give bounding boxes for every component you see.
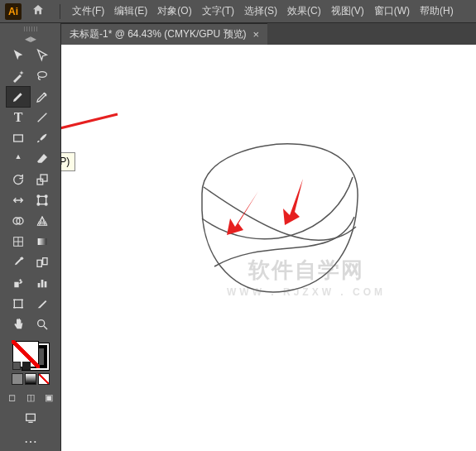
draw-behind-icon[interactable]: ◫: [22, 390, 39, 405]
svg-rect-21: [14, 300, 22, 308]
color-mode-row: [12, 373, 50, 385]
svg-point-9: [45, 204, 47, 206]
tooltip-pen-tool: 钢笔工具 (P): [61, 152, 75, 171]
menu-bar: Ai 文件(F) 编辑(E) 对象(O) 文字(T) 选择(S) 效果(C) 视…: [0, 0, 476, 23]
screen-mode-button[interactable]: [19, 408, 42, 428]
draw-inside-icon[interactable]: ▣: [41, 390, 57, 405]
svg-point-26: [38, 320, 45, 327]
document-area: 未标题-1* @ 64.43% (CMYK/GPU 预览) ×: [61, 23, 476, 451]
width-tool[interactable]: [7, 190, 30, 210]
color-mode-solid[interactable]: [12, 373, 23, 385]
svg-rect-20: [45, 281, 47, 287]
tool-grid: T: [7, 46, 54, 334]
svg-rect-19: [41, 280, 44, 287]
paintbrush-tool[interactable]: [31, 128, 54, 148]
annotation-arrow-right: [278, 175, 313, 228]
edit-toolbar-button[interactable]: ⋯: [19, 431, 42, 451]
color-mode-gradient[interactable]: [25, 373, 36, 385]
slice-tool[interactable]: [31, 294, 54, 314]
menu-file[interactable]: 文件(F): [72, 4, 104, 18]
column-graph-tool[interactable]: [31, 273, 54, 293]
svg-point-8: [37, 204, 40, 206]
shaper-tool[interactable]: [7, 149, 30, 169]
line-segment-tool[interactable]: [31, 108, 54, 127]
free-transform-tool[interactable]: [31, 190, 54, 210]
svg-rect-4: [41, 175, 47, 181]
blend-tool[interactable]: [31, 252, 54, 272]
draw-normal-icon[interactable]: ◻: [4, 390, 21, 405]
eyedropper-tool[interactable]: [7, 252, 30, 272]
document-tab-bar: 未标题-1* @ 64.43% (CMYK/GPU 预览) ×: [61, 23, 476, 45]
gradient-tool[interactable]: [31, 232, 54, 252]
color-mode-none[interactable]: [38, 373, 50, 385]
zoom-tool[interactable]: [31, 314, 54, 334]
symbol-sprayer-tool[interactable]: [7, 273, 30, 293]
menu-select[interactable]: 选择(S): [244, 4, 277, 18]
hand-tool[interactable]: [7, 314, 30, 334]
menu-effect[interactable]: 效果(C): [287, 4, 321, 18]
menu-type[interactable]: 文字(T): [202, 4, 234, 18]
default-fill-stroke-icon[interactable]: [22, 362, 31, 370]
rotate-tool[interactable]: [7, 170, 30, 190]
body-row: ◀▶ T: [0, 23, 476, 451]
type-tool[interactable]: T: [7, 108, 30, 127]
svg-rect-2: [14, 135, 23, 142]
app-logo: Ai: [5, 3, 22, 20]
svg-line-1: [38, 113, 47, 122]
annotation-arrow-left: [225, 187, 267, 237]
svg-point-7: [45, 195, 47, 198]
perspective-grid-tool[interactable]: [31, 211, 54, 231]
scale-tool[interactable]: [31, 170, 54, 190]
menu-object[interactable]: 对象(O): [157, 4, 191, 18]
menu-help[interactable]: 帮助(H): [420, 4, 454, 18]
watermark-sub: WWW . RJZXW . COM: [227, 286, 386, 298]
annotation-arrow-to-pen: [61, 109, 126, 142]
svg-rect-28: [26, 414, 35, 420]
lasso-tool[interactable]: [31, 66, 54, 86]
menu-divider: [60, 4, 60, 19]
home-icon[interactable]: [31, 3, 45, 19]
svg-rect-16: [37, 261, 41, 267]
pen-tool[interactable]: [7, 87, 30, 107]
watermark-main: 软件自学网: [248, 257, 364, 282]
direct-selection-tool[interactable]: [31, 46, 54, 65]
watermark: 软件自学网 WWW . RJZXW . COM: [227, 256, 386, 298]
svg-rect-17: [43, 258, 47, 265]
svg-point-0: [38, 72, 47, 78]
panel-grip[interactable]: [6, 26, 55, 31]
svg-point-6: [37, 195, 40, 198]
menu-view[interactable]: 视图(V): [331, 4, 364, 18]
menu-edit[interactable]: 编辑(E): [114, 4, 147, 18]
selection-tool[interactable]: [7, 46, 30, 65]
screen-mode-row: ◻ ◫ ▣: [4, 390, 57, 405]
svg-line-30: [61, 114, 118, 134]
rectangle-tool[interactable]: [7, 128, 30, 148]
magic-wand-tool[interactable]: [7, 66, 30, 86]
svg-rect-18: [38, 283, 41, 287]
svg-line-27: [44, 326, 47, 329]
shape-builder-tool[interactable]: [7, 211, 30, 231]
close-tab-icon[interactable]: ×: [253, 28, 260, 41]
app-window: Ai 文件(F) 编辑(E) 对象(O) 文字(T) 选择(S) 效果(C) 视…: [0, 0, 476, 451]
mesh-tool[interactable]: [7, 232, 30, 252]
fill-stroke-control[interactable]: [11, 339, 50, 372]
svg-rect-15: [38, 238, 47, 245]
document-tab[interactable]: 未标题-1* @ 64.43% (CMYK/GPU 预览) ×: [61, 23, 267, 45]
curvature-tool[interactable]: [31, 87, 54, 107]
artboard-tool[interactable]: [7, 294, 30, 314]
menu-window[interactable]: 窗口(W): [374, 4, 410, 18]
document-tab-title: 未标题-1* @ 64.43% (CMYK/GPU 预览): [70, 27, 247, 41]
panel-collapse-icon[interactable]: ◀▶: [6, 35, 55, 43]
tool-panel: ◀▶ T: [0, 23, 61, 451]
swap-fill-stroke-icon[interactable]: [12, 362, 21, 370]
eraser-tool[interactable]: [31, 149, 54, 169]
canvas[interactable]: 软件自学网 WWW . RJZXW . COM 钢笔工具 (P): [61, 45, 476, 451]
